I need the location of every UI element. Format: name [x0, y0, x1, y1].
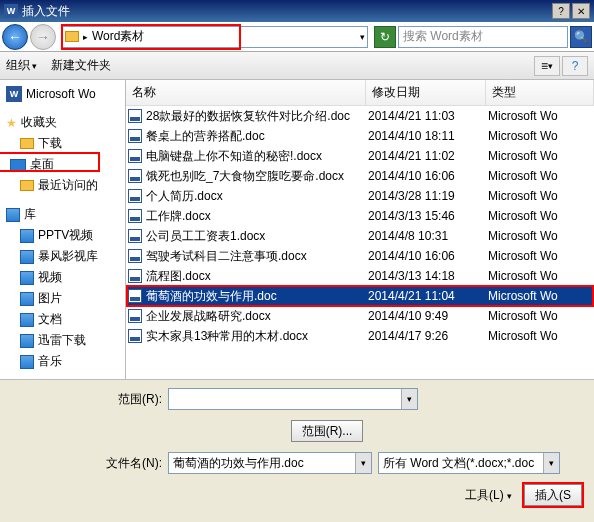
sidebar: W Microsoft Wo ★ 收藏夹 下载 桌面 最近访问的	[0, 80, 126, 379]
file-type: Microsoft Wo	[488, 129, 592, 143]
file-row[interactable]: 工作牌.docx2014/3/13 15:46Microsoft Wo	[126, 206, 594, 226]
sidebar-item-label: PPTV视频	[38, 227, 93, 244]
file-row[interactable]: 实木家具13种常用的木材.docx2014/4/17 9:26Microsoft…	[126, 326, 594, 346]
word-doc-icon	[128, 109, 142, 123]
chevron-down-icon[interactable]: ▾	[360, 32, 365, 42]
chevron-down-icon[interactable]: ▾	[401, 389, 417, 409]
sidebar-libraries-header[interactable]: 库	[0, 204, 125, 225]
file-type: Microsoft Wo	[488, 169, 592, 183]
path-text: Word素材	[92, 28, 144, 45]
file-date: 2014/3/28 11:19	[368, 189, 488, 203]
organize-menu[interactable]: 组织 ▾	[6, 57, 37, 74]
view-options-button[interactable]: ≡ ▾	[534, 56, 560, 76]
file-date: 2014/3/13 15:46	[368, 209, 488, 223]
close-button[interactable]: ✕	[572, 3, 590, 19]
search-button[interactable]: 🔍	[570, 26, 592, 48]
sidebar-item-label: 迅雷下载	[38, 332, 86, 349]
word-doc-icon	[128, 129, 142, 143]
sidebar-favorites-header[interactable]: ★ 收藏夹	[0, 112, 125, 133]
file-name: 企业发展战略研究.docx	[146, 308, 271, 325]
refresh-button[interactable]: ↻	[374, 26, 396, 48]
titlebar: W 插入文件 ? ✕	[0, 0, 594, 22]
library-icon	[20, 271, 34, 285]
file-date: 2014/4/8 10:31	[368, 229, 488, 243]
path-box[interactable]: ▸ Word素材 ▾	[62, 26, 368, 48]
star-icon: ★	[6, 116, 17, 130]
annotation-rect	[522, 482, 584, 508]
file-row[interactable]: 公司员工工资表1.docx2014/4/8 10:31Microsoft Wo	[126, 226, 594, 246]
file-type: Microsoft Wo	[488, 269, 592, 283]
sidebar-item-label: 视频	[38, 269, 62, 286]
file-type: Microsoft Wo	[488, 329, 592, 343]
file-name: 个人简历.docx	[146, 188, 223, 205]
tools-menu[interactable]: 工具(L) ▾	[465, 487, 512, 504]
search-input[interactable]: 搜索 Word素材	[398, 26, 568, 48]
file-row[interactable]: 餐桌上的营养搭配.doc2014/4/10 18:11Microsoft Wo	[126, 126, 594, 146]
chevron-down-icon[interactable]: ▾	[543, 453, 559, 473]
file-date: 2014/4/21 11:03	[368, 109, 488, 123]
filetype-select[interactable]: 所有 Word 文档(*.docx;*.doc ▾	[378, 452, 560, 474]
insert-button[interactable]: 插入(S	[524, 484, 582, 506]
file-name: 流程图.docx	[146, 268, 211, 285]
file-type: Microsoft Wo	[488, 209, 592, 223]
column-header-type[interactable]: 类型	[486, 80, 594, 105]
file-rows: 28款最好的数据恢复软件对比介绍.doc2014/4/21 11:03Micro…	[126, 106, 594, 379]
sidebar-library-item[interactable]: 视频	[0, 267, 125, 288]
range-button[interactable]: 范围(R)...	[291, 420, 364, 442]
sidebar-item-recent[interactable]: 最近访问的	[0, 175, 125, 196]
filename-label: 文件名(N):	[12, 455, 162, 472]
file-row[interactable]: 企业发展战略研究.docx2014/4/10 9:49Microsoft Wo	[126, 306, 594, 326]
sidebar-library-item[interactable]: 迅雷下载	[0, 330, 125, 351]
word-doc-icon	[128, 149, 142, 163]
sidebar-library-item[interactable]: 音乐	[0, 351, 125, 372]
file-row[interactable]: 驾驶考试科目二注意事项.docx2014/4/10 16:06Microsoft…	[126, 246, 594, 266]
filename-input[interactable]: 葡萄酒的功效与作用.doc ▾	[168, 452, 372, 474]
file-row[interactable]: 个人简历.docx2014/3/28 11:19Microsoft Wo	[126, 186, 594, 206]
file-name: 电脑键盘上你不知道的秘密!.docx	[146, 148, 322, 165]
file-name: 28款最好的数据恢复软件对比介绍.doc	[146, 108, 350, 125]
word-doc-icon	[128, 189, 142, 203]
word-doc-icon	[128, 329, 142, 343]
file-row[interactable]: 电脑键盘上你不知道的秘密!.docx2014/4/21 11:02Microso…	[126, 146, 594, 166]
column-header-date[interactable]: 修改日期	[366, 80, 486, 105]
sidebar-library-item[interactable]: PPTV视频	[0, 225, 125, 246]
new-folder-button[interactable]: 新建文件夹	[51, 57, 111, 74]
file-name: 公司员工工资表1.docx	[146, 228, 265, 245]
file-date: 2014/4/10 16:06	[368, 169, 488, 183]
chevron-down-icon[interactable]: ▾	[355, 453, 371, 473]
file-name: 工作牌.docx	[146, 208, 211, 225]
annotation-rect	[61, 24, 241, 50]
file-type: Microsoft Wo	[488, 109, 592, 123]
file-date: 2014/4/21 11:04	[368, 289, 488, 303]
file-name: 葡萄酒的功效与作用.doc	[146, 288, 277, 305]
sidebar-item-label: 最近访问的	[38, 177, 98, 194]
file-name: 饿死也别吃_7大食物空腹吃要命.docx	[146, 168, 344, 185]
range-input[interactable]: ▾	[168, 388, 418, 410]
help-button[interactable]: ?	[552, 3, 570, 19]
sidebar-library-item[interactable]: 文档	[0, 309, 125, 330]
sidebar-recent-doc[interactable]: W Microsoft Wo	[0, 84, 125, 104]
word-doc-icon	[128, 309, 142, 323]
library-icon	[20, 355, 34, 369]
filetype-value: 所有 Word 文档(*.docx;*.doc	[383, 455, 534, 472]
file-name: 实木家具13种常用的木材.docx	[146, 328, 308, 345]
column-header-name[interactable]: 名称	[126, 80, 366, 105]
sidebar-library-item[interactable]: 图片	[0, 288, 125, 309]
sidebar-item-downloads[interactable]: 下载	[0, 133, 125, 154]
folder-icon	[20, 138, 34, 149]
file-date: 2014/4/17 9:26	[368, 329, 488, 343]
word-doc-icon	[128, 169, 142, 183]
nav-back-button[interactable]: ←	[2, 24, 28, 50]
help-toolbar-button[interactable]: ?	[562, 56, 588, 76]
sidebar-item-label: 下载	[38, 135, 62, 152]
sidebar-library-item[interactable]: 暴风影视库	[0, 246, 125, 267]
file-row[interactable]: 流程图.docx2014/3/13 14:18Microsoft Wo	[126, 266, 594, 286]
file-row[interactable]: 28款最好的数据恢复软件对比介绍.doc2014/4/21 11:03Micro…	[126, 106, 594, 126]
file-name: 餐桌上的营养搭配.doc	[146, 128, 265, 145]
file-row[interactable]: 饿死也别吃_7大食物空腹吃要命.docx2014/4/10 16:06Micro…	[126, 166, 594, 186]
file-name: 驾驶考试科目二注意事项.docx	[146, 248, 307, 265]
window-title: 插入文件	[22, 3, 70, 20]
file-row[interactable]: 葡萄酒的功效与作用.doc2014/4/21 11:04Microsoft Wo	[126, 286, 594, 306]
sidebar-item-desktop[interactable]: 桌面	[0, 154, 125, 175]
file-date: 2014/3/13 14:18	[368, 269, 488, 283]
